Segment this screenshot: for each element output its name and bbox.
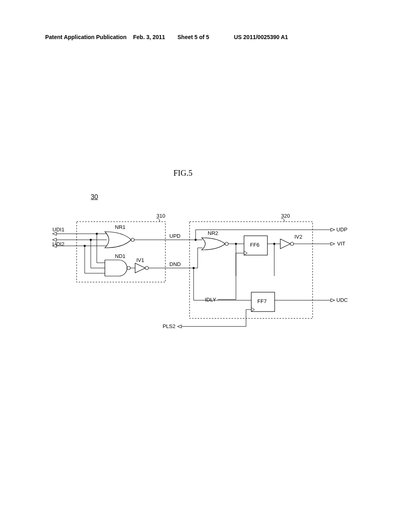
signal-dnd: DND (169, 261, 181, 267)
svg-point-31 (225, 242, 228, 245)
flipflop-ff6: FF6 (244, 236, 267, 255)
port-udc: UDC (331, 297, 348, 303)
publication-type: Patent Application Publication (45, 34, 127, 40)
gate-iv2: IV2 (280, 234, 302, 249)
flipflop-ff7: FF7 (251, 292, 275, 312)
publication-number: US 2011/0025390 A1 (234, 34, 288, 40)
gate-nd1: ND1 (105, 253, 130, 276)
port-udp: UDP (331, 227, 347, 233)
svg-text:VIT: VIT (337, 241, 345, 247)
svg-text:PLS2: PLS2 (163, 323, 175, 329)
svg-point-6 (145, 266, 148, 270)
block-320-label: 320 (281, 213, 290, 219)
signal-upd: UPD (169, 233, 180, 239)
idly-label: IDLY (205, 297, 216, 303)
svg-text:NR1: NR1 (115, 224, 125, 230)
svg-point-2 (131, 238, 134, 241)
publication-date: Feb. 3, 2011 (133, 34, 165, 40)
svg-text:NR2: NR2 (208, 230, 218, 236)
gate-nr1: NR1 (105, 224, 134, 248)
port-udi1: UDI1 (52, 227, 65, 235)
block-310-label: 310 (156, 213, 165, 219)
svg-point-39 (290, 242, 294, 245)
block-320-leader (281, 218, 284, 222)
gate-iv1: IV1 (135, 257, 148, 273)
block-310-leader (156, 218, 160, 222)
circuit-diagram: 310 320 UDI1 UDI2 NR1 ND1 IV1 (52, 210, 359, 339)
svg-text:UDP: UDP (336, 227, 347, 233)
svg-text:FF7: FF7 (257, 298, 267, 304)
svg-text:UDC: UDC (336, 297, 348, 303)
figure-label: FIG.5 (173, 168, 192, 178)
block-reference-number: 30 (91, 193, 98, 201)
sheet-number: Sheet 5 of 5 (177, 34, 209, 40)
svg-text:UDI1: UDI1 (52, 227, 65, 233)
port-vit: VIT (331, 241, 345, 247)
svg-text:FF6: FF6 (250, 242, 259, 248)
svg-text:IV2: IV2 (294, 234, 302, 240)
svg-text:ND1: ND1 (115, 253, 125, 259)
port-pls2: PLS2 (163, 323, 181, 329)
svg-point-4 (127, 266, 130, 270)
gate-nr2: NR2 (202, 230, 228, 250)
svg-text:IV1: IV1 (136, 257, 144, 263)
